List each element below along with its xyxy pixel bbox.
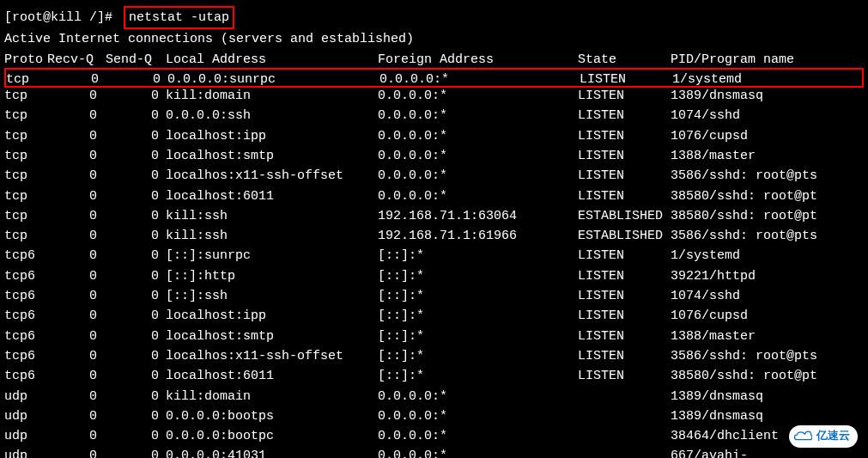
cell-proto: tcp6 (4, 346, 47, 366)
cell-state: LISTEN (578, 266, 671, 286)
cell-pid: 38580/sshd: root@pt (671, 366, 817, 386)
cell-recvq: 0 (47, 286, 106, 306)
cell-proto: tcp6 (4, 327, 47, 346)
cell-state: ESTABLISHED (578, 226, 671, 246)
cell-foreign: [::]:* (378, 346, 578, 366)
cell-sendq: 0 (106, 327, 166, 346)
cell-foreign: [::]:* (378, 246, 578, 266)
cell-sendq: 0 (106, 166, 166, 186)
cell-foreign: [::]:* (378, 366, 578, 386)
cell-proto: tcp6 (4, 306, 47, 326)
cell-recvq: 0 (47, 406, 106, 426)
cell-state: LISTEN (578, 126, 671, 146)
table-row: tcp600[::]:sunrpc[::]:*LISTEN1/systemd (4, 246, 864, 266)
cell-pid: 1388/master (671, 146, 756, 166)
cell-state: LISTEN (578, 286, 671, 306)
cell-foreign: [::]:* (378, 327, 578, 346)
cell-state: LISTEN (578, 246, 671, 266)
header-recvq: Recv-Q (47, 50, 106, 70)
cell-pid: 1/systemd (672, 70, 742, 89)
cell-sendq: 0 (106, 387, 166, 406)
cell-sendq: 0 (106, 446, 166, 458)
cell-state: LISTEN (578, 146, 671, 166)
cell-recvq: 0 (47, 246, 106, 266)
cell-recvq: 0 (47, 346, 106, 366)
cell-local: 0.0.0.0:41031 (166, 446, 378, 458)
cell-foreign: 0.0.0.0:* (378, 186, 578, 206)
cell-local: 0.0.0.0:ssh (166, 106, 378, 125)
table-row: tcp00localhost:60110.0.0.0:*LISTEN38580/… (4, 186, 864, 206)
cell-proto: tcp6 (4, 246, 47, 266)
cell-proto: udp (4, 446, 47, 458)
cell-recvq: 0 (47, 387, 106, 406)
watermark-badge: 亿速云 (789, 425, 858, 448)
cell-local: 0.0.0.0:bootps (166, 406, 378, 426)
cell-recvq: 0 (47, 426, 106, 446)
cell-pid: 38580/sshd: root@pt (671, 186, 817, 206)
cell-state: LISTEN (578, 346, 671, 366)
cell-pid: 667/avahi- (671, 446, 748, 458)
cell-foreign: 0.0.0.0:* (378, 106, 578, 125)
table-row: udp000.0.0.0:bootps0.0.0.0:*1389/dnsmasq (4, 406, 864, 426)
cell-foreign: 0.0.0.0:* (378, 387, 578, 406)
output-subtitle: Active Internet connections (servers and… (4, 29, 864, 49)
cell-pid: 1076/cupsd (671, 126, 748, 146)
cell-local: [::]:http (166, 266, 378, 286)
cell-local: localhost:smtp (166, 327, 378, 346)
table-row: tcp00localhost:smtp0.0.0.0:*LISTEN1388/m… (4, 146, 864, 166)
cell-recvq: 0 (47, 226, 106, 246)
command-highlight: netstat -utap (124, 6, 234, 29)
cell-proto: tcp6 (4, 266, 47, 286)
cell-local: [::]:ssh (166, 286, 378, 306)
cell-recvq: 0 (47, 327, 106, 346)
cell-pid: 39221/httpd (671, 266, 756, 286)
cell-pid: 1388/master (671, 327, 756, 346)
shell-prompt: [root@kill /]# (4, 8, 120, 27)
cell-sendq: 0 (106, 246, 166, 266)
table-row: tcp600localhos:x11-ssh-offset[::]:*LISTE… (4, 346, 864, 366)
cell-recvq: 0 (47, 206, 106, 226)
table-row: udp000.0.0.0:bootpc0.0.0.0:*38464/dhclie… (4, 426, 864, 446)
cell-sendq: 0 (106, 186, 166, 206)
cell-recvq: 0 (49, 70, 107, 89)
prompt-line: [root@kill /]# netstat -utap (4, 6, 864, 29)
cell-foreign: [::]:* (378, 306, 578, 326)
cell-recvq: 0 (47, 366, 106, 386)
cell-sendq: 0 (106, 266, 166, 286)
cell-proto: tcp (4, 106, 47, 125)
header-state: State (578, 50, 671, 70)
cell-pid: 38464/dhclient (671, 426, 779, 446)
cell-pid: 1076/cupsd (671, 306, 748, 326)
cell-sendq: 0 (107, 70, 167, 89)
cell-local: localhos:x11-ssh-offset (166, 166, 378, 186)
cell-local: localhost:ipp (166, 306, 378, 326)
table-row: tcp00kill:ssh192.168.71.1:61966ESTABLISH… (4, 226, 864, 246)
table-row: udp000.0.0.0:410310.0.0.0:*667/avahi- (4, 446, 864, 458)
command-text: netstat -utap (129, 10, 229, 25)
cell-proto: tcp6 (4, 366, 47, 386)
cell-foreign: 0.0.0.0:* (378, 146, 578, 166)
cell-proto: udp (4, 387, 47, 406)
table-row: tcp00localhos:x11-ssh-offset0.0.0.0:*LIS… (4, 166, 864, 186)
cell-local: localhost:6011 (166, 366, 378, 386)
cell-proto: tcp (4, 126, 47, 146)
cell-local: kill:domain (166, 387, 378, 406)
cell-recvq: 0 (47, 146, 106, 166)
cell-state: LISTEN (578, 106, 671, 125)
cell-recvq: 0 (47, 126, 106, 146)
header-sendq: Send-Q (106, 50, 166, 70)
cell-sendq: 0 (106, 226, 166, 246)
cell-proto: tcp (4, 206, 47, 226)
cell-state: LISTEN (578, 186, 671, 206)
cell-pid: 1389/dnsmasq (671, 406, 763, 426)
header-pid: PID/Program name (671, 50, 794, 70)
table-row: tcp600[::]:ssh[::]:*LISTEN1074/sshd (4, 286, 864, 306)
table-row: tcp600localhost:6011[::]:*LISTEN38580/ss… (4, 366, 864, 386)
cell-sendq: 0 (106, 206, 166, 226)
cell-foreign: [::]:* (378, 286, 578, 306)
table-body: tcp000.0.0.0:sunrpc0.0.0.0:*LISTEN1/syst… (4, 68, 864, 458)
cell-recvq: 0 (47, 186, 106, 206)
cell-foreign: 0.0.0.0:* (378, 166, 578, 186)
cell-foreign: 0.0.0.0:* (379, 70, 580, 89)
cell-state: LISTEN (578, 166, 671, 186)
